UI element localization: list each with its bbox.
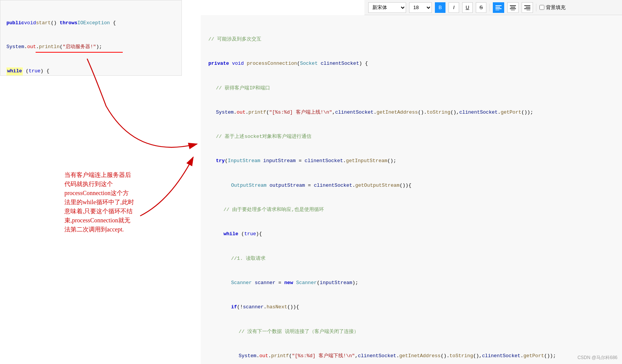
rcode-comment4: // 由于要处理多个请求和响应,也是使用循环 bbox=[208, 206, 614, 214]
rcode-comment6: // 没有下一个数据 说明连接了（客户端关闭了连接） bbox=[208, 328, 614, 336]
watermark: CSDN @马尔科686 bbox=[577, 355, 617, 361]
rcode-comment1: // 可能涉及到多次交互 bbox=[208, 35, 614, 43]
align-left-button[interactable] bbox=[493, 2, 504, 13]
rcode-line2: System.out.printf("[%s:%d] 客户端上线!\n",cli… bbox=[208, 108, 614, 116]
rcode-comment2: // 获得客户端IP和端口 bbox=[208, 84, 614, 92]
rcode-line1: private void processConnection(Socket cl… bbox=[208, 59, 614, 67]
font-size-select[interactable]: 18 bbox=[409, 2, 432, 13]
rcode-line5: while (true){ bbox=[208, 230, 614, 238]
rcode-line8: System.out.printf("[%s:%d] 客户端下线!\n",cli… bbox=[208, 352, 614, 360]
left-code-block: public void start() throws IOException {… bbox=[0, 3, 181, 76]
align-center-button[interactable] bbox=[507, 2, 519, 13]
bg-fill-checkbox-label: 背景填充 bbox=[539, 4, 566, 11]
left-code-panel: public void start() throws IOException {… bbox=[0, 0, 182, 76]
red-underline-decoration bbox=[36, 52, 123, 53]
toolbar-divider2 bbox=[536, 4, 536, 11]
bg-fill-checkbox[interactable] bbox=[539, 5, 544, 10]
strikethrough-button[interactable]: S bbox=[476, 2, 486, 13]
rcode-line7: if(!scanner.hasNext()){ bbox=[208, 303, 614, 311]
rcode-line6: Scanner scanner = new Scanner(inputStrea… bbox=[208, 279, 614, 287]
rcode-comment3: // 基于上述socket对象和客户端进行通信 bbox=[208, 133, 614, 141]
rcode-line4: OutputStream outputStream = clinentSocke… bbox=[208, 181, 614, 189]
rcode-comment5: //1. 读取请求 bbox=[208, 255, 614, 262]
code-line-3: while (true) { bbox=[6, 67, 175, 76]
code-line-2: System.out.println("启动服务器!"); bbox=[6, 43, 175, 52]
italic-button[interactable]: I bbox=[449, 2, 459, 13]
right-code-block: // 可能涉及到多次交互 private void processConnect… bbox=[201, 19, 622, 364]
toolbar-divider bbox=[489, 4, 490, 11]
code-line-1: public void start() throws IOException { bbox=[6, 19, 175, 28]
align-right-button[interactable] bbox=[522, 2, 533, 13]
rcode-line3: try(InputStream inputStream = clinentSoc… bbox=[208, 157, 614, 165]
bold-button[interactable]: B bbox=[435, 2, 445, 13]
annotation-text: 当有客户端连上服务器后代码就执行到这个processConnection这个方法… bbox=[64, 170, 140, 234]
right-code-panel: // 可能涉及到多次交互 private void processConnect… bbox=[201, 15, 622, 364]
font-name-select[interactable]: 新宋体 bbox=[368, 2, 406, 13]
toolbar: 新宋体 18 B I U S 背景填充 bbox=[364, 0, 622, 15]
underline-button[interactable]: U bbox=[462, 2, 473, 13]
